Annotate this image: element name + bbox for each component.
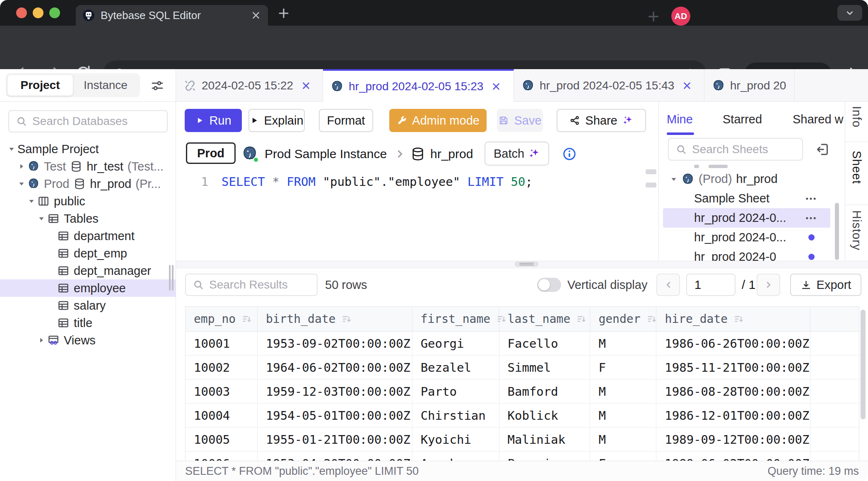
table-cell[interactable]: Koblick (499, 404, 591, 427)
table-cell[interactable]: 10003 (186, 380, 258, 403)
table-cell[interactable]: Parto (412, 380, 499, 403)
tree-item-hr-test[interactable]: Testhr_test(Test... (0, 158, 176, 175)
tree-item-dept-emp[interactable]: dept_emp (0, 245, 176, 262)
caret-right-icon[interactable] (16, 161, 27, 171)
table-cell[interactable]: Anneke (412, 452, 499, 461)
share-button[interactable]: Share (557, 109, 646, 132)
tree-item-hr-prod[interactable]: Prodhr_prod(Pr... (0, 175, 176, 192)
caret-down-icon[interactable] (36, 214, 47, 224)
export-button[interactable]: Export (790, 274, 861, 296)
sheet-item-3[interactable]: hr_prod 2024-0... (663, 228, 830, 247)
editor-tab-3[interactable]: hr_prod 2024-02-05 15:43 (514, 69, 704, 102)
table-cell[interactable]: 10005 (186, 428, 258, 451)
tree-item-public[interactable]: public (0, 192, 176, 210)
page-input[interactable] (686, 274, 735, 296)
rail-tab-sheet[interactable]: Sheet (850, 151, 863, 184)
table-cell[interactable]: F (590, 452, 656, 461)
instance-name[interactable]: Prod Sample Instance (265, 139, 387, 168)
sort-icon[interactable] (241, 313, 253, 325)
close-window-button[interactable] (16, 7, 27, 18)
sheet-item-menu-icon[interactable] (804, 211, 818, 225)
user-avatar[interactable]: AD (671, 7, 690, 26)
run-button[interactable]: Run (185, 109, 242, 132)
rail-tab-history[interactable]: History (850, 210, 863, 250)
save-button[interactable]: Save (497, 109, 543, 132)
table-row[interactable]: 100031959-12-03T00:00:00ZPartoBamfordM19… (186, 380, 859, 404)
sort-icon[interactable] (733, 313, 745, 325)
table-cell[interactable]: 1953-04-20T00:00:00Z (258, 452, 412, 461)
editor-tab-4[interactable]: hr_prod 2024-0 (704, 69, 795, 102)
sheets-tab-mine[interactable]: Mine (667, 111, 693, 127)
table-cell[interactable]: Chirstian (412, 404, 499, 427)
collapse-panel-icon[interactable] (815, 142, 830, 157)
column-header-first-name[interactable]: first_name (412, 307, 499, 331)
table-cell[interactable]: Simmel (499, 356, 591, 379)
table-row[interactable]: 100061953-04-20T00:00:00ZAnnekePreusigF1… (186, 452, 859, 461)
sheet-list-scrollbar[interactable] (835, 203, 839, 260)
caret-right-icon[interactable] (36, 335, 47, 345)
close-tab-icon[interactable] (301, 80, 311, 91)
column-header-gender[interactable]: gender (590, 307, 656, 331)
table-cell[interactable]: Bamford (499, 380, 591, 403)
sidebar-tab-instance[interactable]: Instance (73, 75, 138, 96)
sort-icon[interactable] (576, 313, 587, 325)
tree-item-tables[interactable]: Tables (0, 210, 176, 227)
column-header-emp-no[interactable]: emp_no (186, 307, 258, 331)
browser-tab[interactable]: Bytebase SQL Editor (76, 5, 268, 26)
table-cell[interactable]: Preusig (499, 452, 591, 461)
splitter-handle[interactable] (515, 262, 538, 267)
sort-icon[interactable] (646, 313, 658, 325)
results-search[interactable] (185, 274, 318, 296)
sql-editor[interactable]: 1 SELECT * FROM "public"."employee" LIMI… (176, 168, 658, 261)
table-cell[interactable]: 1964-06-02T00:00:00Z (258, 356, 412, 379)
table-cell[interactable]: 1986-08-28T00:00:00Z (656, 380, 810, 403)
caret-down-icon[interactable] (668, 174, 680, 184)
close-browser-tab-icon[interactable] (251, 10, 261, 21)
table-cell[interactable]: 1986-06-26T00:00:00Z (656, 332, 810, 355)
sort-icon[interactable] (341, 313, 352, 325)
rail-tab-info[interactable]: Info (850, 106, 863, 127)
caret-down-icon[interactable] (16, 179, 27, 189)
admin-mode-button[interactable]: Admin mode (389, 109, 487, 132)
previous-page-button[interactable] (656, 274, 680, 296)
table-cell[interactable]: 10006 (186, 452, 258, 461)
sheet-item-2[interactable]: hr_prod 2024-0... (663, 208, 830, 228)
table-row[interactable]: 100021964-06-02T00:00:00ZBezalelSimmelF1… (186, 356, 859, 380)
table-cell[interactable]: F (590, 356, 656, 379)
close-tab-icon[interactable] (682, 80, 692, 91)
editor-tab-2[interactable]: hr_prod 2024-02-05 15:23 (323, 69, 514, 102)
tree-item-sample-project[interactable]: Sample Project (0, 140, 176, 158)
table-cell[interactable]: Bezalel (412, 356, 499, 379)
tree-item-title[interactable]: title (0, 314, 176, 332)
table-cell[interactable]: 10004 (186, 404, 258, 427)
caret-down-icon[interactable] (6, 144, 17, 154)
caret-down-icon[interactable] (26, 196, 37, 206)
new-browser-tab-icon[interactable] (277, 6, 291, 20)
table-cell[interactable]: M (590, 428, 656, 451)
tree-item-employee[interactable]: employee (0, 279, 176, 297)
sheet-search[interactable] (668, 138, 803, 161)
sheet-group[interactable]: (Prod)hr_prod (663, 169, 830, 189)
table-row[interactable]: 100051955-01-21T00:00:00ZKyoichiMaliniak… (186, 428, 859, 452)
results-search-input[interactable] (208, 278, 317, 292)
column-header-birth-date[interactable]: birth_date (258, 307, 412, 331)
tree-item-dept-manager[interactable]: dept_manager (0, 262, 176, 279)
table-cell[interactable]: 1985-11-21T00:00:00Z (656, 356, 810, 379)
table-cell[interactable]: 1989-09-12T00:00:00Z (656, 428, 810, 451)
results-scrollbar[interactable] (861, 310, 866, 419)
table-row[interactable]: 100041954-05-01T00:00:00ZChirstianKoblic… (186, 404, 859, 428)
minimize-window-button[interactable] (33, 7, 43, 18)
tab-overflow-button[interactable] (837, 5, 862, 21)
sheet-item-4[interactable]: hr_prod 2024-0 (663, 247, 830, 261)
table-cell[interactable]: Facello (499, 332, 591, 355)
table-cell[interactable]: M (590, 380, 656, 403)
table-cell[interactable]: 1953-09-02T00:00:00Z (258, 332, 412, 355)
table-cell[interactable]: M (590, 404, 656, 427)
table-cell[interactable]: 1989-06-02T00:00:00Z (656, 452, 810, 461)
new-sheet-tab-icon[interactable] (646, 9, 661, 24)
table-cell[interactable]: 1955-01-21T00:00:00Z (258, 428, 412, 451)
table-cell[interactable]: Maliniak (499, 428, 591, 451)
sheets-tab-shared-w[interactable]: Shared w (793, 111, 844, 127)
filter-settings-icon[interactable] (150, 78, 165, 93)
table-cell[interactable]: 10001 (186, 332, 258, 355)
